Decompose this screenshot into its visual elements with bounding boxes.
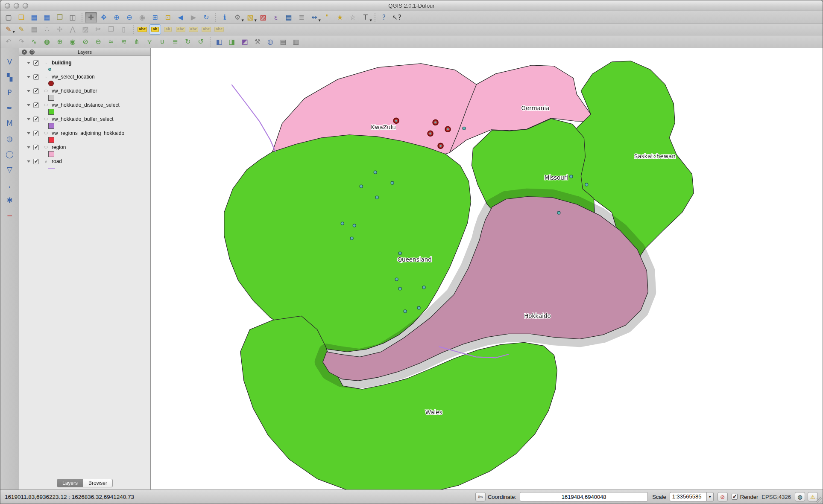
layer-visibility-checkbox[interactable] (33, 117, 39, 122)
label-show-hide-icon[interactable]: ab (162, 24, 174, 35)
save-icon[interactable]: ▦ (28, 12, 40, 23)
building-point[interactable] (422, 286, 425, 289)
folder-open-icon[interactable]: ❏ (15, 12, 27, 23)
add-part-icon[interactable]: ⊕ (54, 36, 66, 47)
undo-icon[interactable]: ↶ (3, 36, 15, 47)
redo-icon[interactable]: ↷ (15, 36, 27, 47)
building-point[interactable] (398, 287, 401, 290)
label-change-icon[interactable]: abc (200, 24, 212, 35)
checker-plugin-1-icon[interactable]: ◧ (213, 36, 225, 47)
current-edits-dropdown-arrow-icon[interactable]: ▼ (13, 31, 15, 34)
cut-features-icon[interactable]: ✂ (92, 24, 104, 35)
text-annotation-icon[interactable]: T▼ (360, 12, 372, 23)
add-raster-layer-icon[interactable]: ▚ (4, 72, 16, 83)
layer-label[interactable]: region (52, 144, 66, 150)
zoom-next-icon[interactable]: ▶ (187, 12, 199, 23)
select-by-expression-icon[interactable]: ε (270, 12, 282, 23)
expand-triangle-icon[interactable] (27, 118, 30, 120)
zoom-out-icon[interactable]: ⊖ (123, 12, 135, 23)
node-tool-icon[interactable]: ⋀ (67, 24, 79, 35)
layer-label[interactable]: vw_hokkaido_buffer (52, 88, 97, 94)
checker-plugin-2-icon[interactable]: ◨ (226, 36, 238, 47)
zoom-to-selection-icon[interactable]: ⊡ (162, 12, 174, 23)
scale-dropdown-arrow-icon[interactable]: ▼ (706, 492, 714, 501)
expand-triangle-icon[interactable] (27, 76, 30, 78)
building-point[interactable] (395, 278, 398, 281)
road-line-northwest[interactable] (232, 85, 275, 152)
resize-grip[interactable] (816, 497, 822, 503)
checker-plugin-3-icon[interactable]: ◩ (239, 36, 251, 47)
crs-status-icon[interactable]: ◍ (795, 492, 805, 501)
building-point[interactable] (360, 185, 363, 188)
expand-triangle-icon[interactable] (27, 160, 30, 163)
label-pin-icon[interactable]: ab (149, 24, 161, 35)
layer-visibility-checkbox[interactable] (33, 131, 39, 136)
save-as-icon[interactable]: ▦ (41, 12, 53, 23)
select-by-rectangle-icon[interactable]: ▧▼ (244, 12, 256, 23)
measure-dropdown-arrow-icon[interactable]: ▼ (319, 19, 321, 22)
build-tools-icon[interactable]: ⚒ (252, 36, 264, 47)
building-point[interactable] (570, 175, 573, 178)
copy-features-icon[interactable]: ❐ (105, 24, 117, 35)
layer-label[interactable]: vw_hokkaido_buffer_select (52, 116, 114, 122)
building-point[interactable] (391, 181, 394, 184)
move-feature-icon[interactable]: ✢ (54, 24, 66, 35)
identify-features-icon[interactable]: ℹ (219, 12, 231, 23)
whats-this-icon[interactable]: ↖? (391, 12, 403, 23)
zoom-in-icon[interactable]: ⊕ (111, 12, 123, 23)
save-layer-edits-icon[interactable]: ▦ (28, 24, 40, 35)
add-mssql-layer-icon[interactable]: M (4, 118, 16, 129)
expand-triangle-icon[interactable] (27, 132, 30, 134)
layer-label[interactable]: road (52, 158, 62, 164)
attribute-table-icon[interactable]: ▤ (283, 12, 295, 23)
coordinate-input[interactable] (520, 492, 648, 501)
scale-value[interactable]: 1:33565585 (670, 492, 706, 501)
merge-attributes-icon[interactable]: ≡ (169, 36, 181, 47)
building-point[interactable] (398, 252, 401, 255)
label-move-icon[interactable]: abc (175, 24, 187, 35)
paste-features-icon[interactable]: ▯ (118, 24, 130, 35)
file-new-icon[interactable]: ▢ (3, 12, 15, 23)
layer-visibility-checkbox[interactable] (33, 145, 39, 150)
building-point[interactable] (463, 127, 466, 130)
map-canvas[interactable]: KwaZuluGermaniaSaskatchewanMissouriQueen… (151, 48, 823, 489)
map-tips-icon[interactable]: " (321, 12, 333, 23)
layer-visibility-checkbox[interactable] (33, 60, 39, 66)
zoom-last-icon[interactable]: ◀ (175, 12, 187, 23)
building-point[interactable] (404, 310, 407, 313)
dock-tab-browser[interactable]: Browser (83, 479, 113, 487)
deselect-all-icon[interactable]: ▨ (257, 12, 269, 23)
building-point[interactable] (557, 211, 560, 214)
new-bookmark-icon[interactable]: ★ (334, 12, 346, 23)
zoom-native-icon[interactable]: ◉ (136, 12, 148, 23)
select-by-rectangle-dropdown-arrow-icon[interactable]: ▼ (255, 19, 257, 22)
expand-triangle-icon[interactable] (27, 104, 30, 106)
add-ring-icon[interactable]: ◍ (41, 36, 53, 47)
add-oracle-layer-icon[interactable]: ◍ (4, 133, 16, 144)
expand-triangle-icon[interactable] (27, 90, 30, 92)
run-feature-action-dropdown-arrow-icon[interactable]: ▼ (242, 19, 244, 22)
building-point[interactable] (417, 306, 420, 309)
expand-triangle-icon[interactable] (27, 62, 30, 64)
layer-visibility-checkbox[interactable] (33, 88, 39, 94)
run-feature-action-icon[interactable]: ⚙▼ (231, 12, 243, 23)
building-point[interactable] (350, 237, 353, 240)
layer-visibility-checkbox[interactable] (33, 102, 39, 108)
expand-triangle-icon[interactable] (27, 146, 30, 149)
raster-plugin-icon[interactable]: ▥ (290, 36, 302, 47)
building-point[interactable] (353, 224, 356, 227)
field-calculator-icon[interactable]: ≣ (296, 12, 308, 23)
building-point[interactable] (375, 196, 378, 199)
split-features-icon[interactable]: ⋔ (131, 36, 143, 47)
render-checkbox[interactable] (732, 494, 738, 500)
rotate-point-symbols-icon[interactable]: ↺ (195, 36, 207, 47)
delete-part-icon[interactable]: ⊖ (92, 36, 104, 47)
layer-visibility-checkbox[interactable] (33, 74, 39, 80)
add-feature-icon[interactable]: ∴ (41, 24, 53, 35)
new-composer-icon[interactable]: ❒ (54, 12, 66, 23)
simplify-feature-icon[interactable]: ∿ (28, 36, 40, 47)
layer-label[interactable]: vw_regions_adjoining_hokkaido (52, 130, 124, 136)
toggle-editing-icon[interactable]: ✎ (15, 24, 27, 35)
title-bar[interactable]: QGIS 2.0.1-Dufour (0, 0, 823, 11)
pan-to-selection-icon[interactable]: ✥ (98, 12, 110, 23)
